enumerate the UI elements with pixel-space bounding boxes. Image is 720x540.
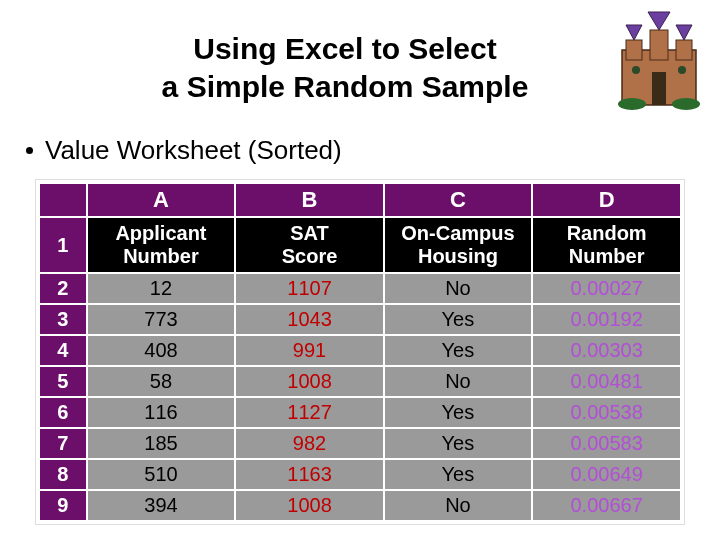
bullet-icon <box>26 147 33 154</box>
row-1: 1 <box>39 217 87 273</box>
svg-rect-5 <box>650 30 668 60</box>
subtitle-row: Value Worksheet (Sorted) <box>26 135 720 166</box>
table-row: 6 116 1127 Yes 0.00538 <box>39 397 681 428</box>
spreadsheet-table: A B C D 1 ApplicantNumber SATScore On-Ca… <box>36 180 684 524</box>
subtitle-text: Value Worksheet (Sorted) <box>45 135 342 166</box>
table-row: 5 58 1008 No 0.00481 <box>39 366 681 397</box>
table-row: 2 12 1107 No 0.00027 <box>39 273 681 304</box>
table-row: 8 510 1163 Yes 0.00649 <box>39 459 681 490</box>
corner-cell <box>39 183 87 217</box>
table-row: 3 773 1043 Yes 0.00192 <box>39 304 681 335</box>
svg-marker-4 <box>676 25 692 40</box>
hdr-sat: SATScore <box>235 217 383 273</box>
col-A: A <box>87 183 236 217</box>
title-line-1: Using Excel to Select <box>193 32 496 65</box>
title-line-2: a Simple Random Sample <box>162 70 529 103</box>
svg-rect-7 <box>652 72 666 105</box>
table-row: 7 185 982 Yes 0.00583 <box>39 428 681 459</box>
col-B: B <box>235 183 383 217</box>
hdr-random: RandomNumber <box>532 217 681 273</box>
hdr-housing: On-CampusHousing <box>384 217 533 273</box>
col-D: D <box>532 183 681 217</box>
castle-clipart <box>614 10 704 110</box>
svg-marker-6 <box>648 12 670 30</box>
col-C: C <box>384 183 533 217</box>
svg-point-10 <box>618 98 646 110</box>
svg-point-8 <box>632 66 640 74</box>
svg-point-11 <box>672 98 700 110</box>
svg-point-9 <box>678 66 686 74</box>
table-row: 9 394 1008 No 0.00667 <box>39 490 681 521</box>
svg-marker-3 <box>626 25 642 40</box>
svg-rect-2 <box>676 40 692 60</box>
svg-rect-1 <box>626 40 642 60</box>
slide-title: Using Excel to Select a Simple Random Sa… <box>0 20 720 105</box>
column-letter-row: A B C D <box>39 183 681 217</box>
hdr-applicant: ApplicantNumber <box>87 217 236 273</box>
table-row: 4 408 991 Yes 0.00303 <box>39 335 681 366</box>
